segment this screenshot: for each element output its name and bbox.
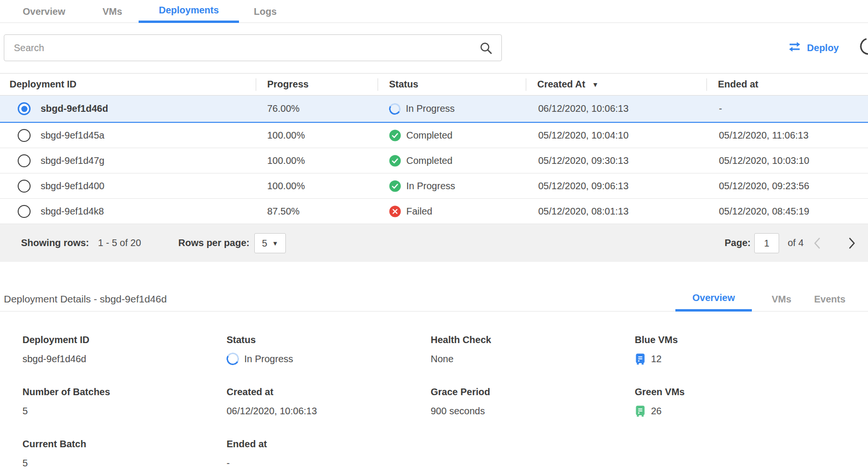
progress-cell: 100.00% (256, 130, 378, 141)
progress-cell: 76.00% (256, 103, 378, 114)
tab-logs[interactable]: Logs (249, 0, 282, 23)
table-body: sbgd-9ef1d46d 76.00% In Progress 06/12/2… (0, 96, 868, 224)
detail-field-label: Number of Batches (22, 387, 227, 398)
page-total: of 4 (788, 224, 803, 262)
detail-field-value: In Progress (227, 352, 431, 366)
status-cell: Completed (378, 129, 526, 141)
completed-check-icon (389, 180, 401, 192)
tab-deployments[interactable]: Deployments (139, 0, 239, 23)
detail-field-label: Deployment ID (22, 334, 227, 345)
in-progress-spinner-icon (225, 351, 240, 366)
search-input[interactable] (4, 35, 501, 61)
col-header-status[interactable]: Status (378, 74, 526, 95)
col-header-ended-at[interactable]: Ended at (706, 74, 868, 95)
details-tab-events[interactable]: Events (809, 287, 851, 312)
details-title: Deployment Details - sbgd-9ef1d46d (4, 293, 167, 305)
status-cell: Failed (378, 205, 526, 217)
detail-field: Created at 06/12/2020, 10:06:13 (227, 387, 431, 439)
col-header-label: Ended at (718, 79, 758, 90)
status-text: Completed (406, 155, 453, 166)
detail-field-value: 26 (635, 404, 839, 418)
deployment-id-text: sbgd-9ef1d47g (41, 155, 104, 166)
detail-field: Blue VMs 12 (635, 334, 839, 387)
detail-field-value: 06/12/2020, 10:06:13 (227, 404, 431, 418)
search-icon (479, 42, 493, 57)
deployment-id-cell: sbgd-9ef1d45a (0, 129, 256, 142)
row-select-radio[interactable] (18, 102, 31, 115)
col-header-created-at[interactable]: Created At ▼ (526, 74, 706, 95)
rows-per-page-select[interactable]: 5 ▼ (254, 233, 286, 253)
table-footer: Showing rows: 1 - 5 of 20 Rows per page:… (0, 224, 868, 262)
detail-field-label: Health Check (431, 334, 635, 345)
previous-page-button[interactable] (813, 224, 822, 262)
row-select-radio[interactable] (18, 205, 31, 218)
completed-check-icon (389, 129, 401, 141)
deploy-button-label: Deploy (807, 43, 839, 54)
tab-overview[interactable]: Overview (14, 0, 74, 23)
detail-field-value: None (431, 352, 635, 366)
status-spinner-icon (389, 103, 401, 115)
status-check-icon (389, 155, 401, 167)
detail-field-value: 5 (22, 456, 227, 470)
chevron-down-icon: ▼ (272, 240, 278, 247)
created-at-cell: 05/12/2020, 09:06:13 (526, 181, 706, 192)
deployment-id-text: sbgd-9ef1d4k8 (41, 206, 104, 217)
detail-field-label: Green VMs (635, 387, 839, 398)
refresh-icon[interactable] (858, 36, 868, 60)
detail-field: Number of Batches 5 (22, 387, 227, 439)
table-row[interactable]: sbgd-9ef1d4k8 87.50% Failed 05/12/2020, … (0, 199, 868, 224)
deployment-id-cell: sbgd-9ef1d400 (0, 180, 256, 193)
blue-vm-icon (635, 353, 646, 365)
col-header-label: Deployment ID (10, 79, 76, 90)
detail-field: Current Batch 5 (22, 439, 227, 474)
created-at-cell: 06/12/2020, 10:06:13 (526, 103, 706, 114)
col-header-progress[interactable]: Progress (256, 74, 378, 95)
deployments-page: { "top_tabs": [ { "label": "Overview", "… (0, 0, 868, 474)
created-at-cell: 05/12/2020, 08:01:13 (526, 206, 706, 217)
detail-field-value: sbgd-9ef1d46d (22, 352, 227, 366)
page-number-input[interactable] (754, 233, 779, 253)
detail-field: Deployment ID sbgd-9ef1d46d (22, 334, 227, 387)
row-select-radio[interactable] (18, 129, 31, 142)
col-header-deployment-id[interactable]: Deployment ID (0, 74, 256, 95)
deployment-id-cell: sbgd-9ef1d4k8 (0, 205, 256, 218)
deploy-button[interactable]: Deploy (788, 38, 839, 57)
green-vm-icon (635, 405, 646, 417)
status-cell: Completed (378, 155, 526, 167)
status-text: Completed (406, 130, 453, 141)
status-check-icon (389, 129, 401, 141)
detail-field: Ended at - (227, 439, 431, 474)
row-select-radio[interactable] (18, 180, 31, 193)
in-progress-spinner-icon (388, 102, 401, 116)
detail-value-text: 26 (651, 406, 662, 417)
detail-value-text: 12 (651, 354, 662, 365)
table-row[interactable]: sbgd-9ef1d47g 100.00% Completed 05/12/20… (0, 148, 868, 173)
status-cell: In Progress (378, 180, 526, 192)
detail-field-label: Current Batch (22, 439, 227, 450)
detail-field-label: Grace Period (431, 387, 635, 398)
tab-vms[interactable]: VMs (96, 0, 129, 23)
details-tab-overview[interactable]: Overview (675, 287, 752, 312)
next-page-button[interactable] (847, 224, 857, 262)
ended-at-cell: - (706, 103, 868, 114)
details-tab-vms[interactable]: VMs (764, 287, 799, 312)
ended-at-cell: 05/12/2020, 08:45:19 (706, 206, 868, 217)
table-row[interactable]: sbgd-9ef1d46d 76.00% In Progress 06/12/2… (0, 96, 868, 123)
table-row[interactable]: sbgd-9ef1d400 100.00% In Progress 05/12/… (0, 173, 868, 199)
sort-desc-icon[interactable]: ▼ (592, 81, 598, 88)
showing-rows-value: 1 - 5 of 20 (98, 224, 141, 262)
detail-field-label: Status (227, 334, 431, 345)
detail-field-value: 12 (635, 352, 839, 366)
details-header: Deployment Details - sbgd-9ef1d46d Overv… (0, 287, 868, 312)
row-select-radio[interactable] (18, 154, 31, 167)
ended-at-cell: 05/12/2020, 11:06:13 (706, 130, 868, 141)
table-row[interactable]: sbgd-9ef1d45a 100.00% Completed 05/12/20… (0, 123, 868, 148)
created-at-cell: 05/12/2020, 10:04:10 (526, 130, 706, 141)
rows-per-page-value: 5 (262, 238, 267, 249)
status-text: In Progress (406, 181, 455, 192)
detail-field: Status In Progress (227, 334, 431, 387)
showing-rows-label: Showing rows: (21, 224, 89, 262)
status-check-icon (389, 180, 401, 192)
col-header-label: Progress (267, 79, 309, 90)
status-failed-icon (389, 205, 401, 217)
